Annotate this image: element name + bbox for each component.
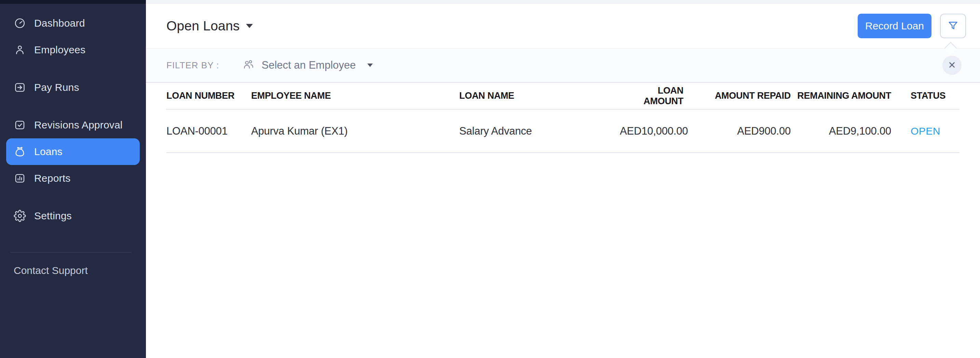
app-window: Dashboard Employees Pay Runs <box>0 0 980 358</box>
contact-support-link[interactable]: Contact Support <box>14 265 146 276</box>
sidebar-item-label: Reports <box>34 172 70 184</box>
cell-amount-repaid: AED900.00 <box>683 125 791 137</box>
sidebar-item-label: Revisions Approval <box>34 119 123 131</box>
page-title: Open Loans <box>166 18 240 33</box>
header-actions: Record Loan <box>858 14 966 38</box>
sidebar: Dashboard Employees Pay Runs <box>0 0 146 358</box>
column-header-employee-name: EMPLOYEE NAME <box>251 91 459 101</box>
employee-select-value: Select an Employee <box>262 59 356 72</box>
table-header-row: LOAN NUMBER EMPLOYEE NAME LOAN NAME LOAN… <box>166 83 959 110</box>
sidebar-divider <box>10 252 132 253</box>
main-content: Open Loans Record Loan FILTER BY : <box>146 0 980 358</box>
pay-runs-icon <box>14 81 26 94</box>
column-header-loan-number: LOAN NUMBER <box>166 91 251 101</box>
column-header-status: STATUS <box>911 91 959 101</box>
status-badge: OPEN <box>911 126 959 137</box>
sidebar-top-strip <box>0 0 146 4</box>
column-header-loan-amount: LOAN AMOUNT <box>620 85 683 107</box>
column-header-remaining-amount: REMAINING AMOUNT <box>791 91 891 101</box>
sidebar-item-label: Loans <box>34 146 62 158</box>
record-loan-button[interactable]: Record Loan <box>858 14 931 38</box>
column-header-amount-repaid: AMOUNT REPAID <box>683 91 791 101</box>
main-top-strip <box>146 0 980 4</box>
sidebar-item-label: Dashboard <box>34 18 85 29</box>
close-filter-button[interactable] <box>942 56 961 75</box>
loans-table: LOAN NUMBER EMPLOYEE NAME LOAN NAME LOAN… <box>146 83 980 153</box>
sidebar-item-label: Employees <box>34 44 86 56</box>
dashboard-icon <box>14 17 26 29</box>
page-title-dropdown[interactable]: Open Loans <box>166 18 253 33</box>
loans-icon <box>14 146 26 158</box>
sidebar-item-pay-runs[interactable]: Pay Runs <box>6 74 140 101</box>
filter-button[interactable] <box>940 14 966 38</box>
sidebar-item-dashboard[interactable]: Dashboard <box>6 10 140 37</box>
sidebar-item-reports[interactable]: Reports <box>6 165 140 192</box>
column-header-loan-name: LOAN NAME <box>459 91 620 101</box>
employees-filter-icon <box>242 59 255 72</box>
sidebar-item-label: Pay Runs <box>34 82 79 93</box>
cell-loan-number: LOAN-00001 <box>166 125 251 137</box>
sidebar-item-revisions-approval[interactable]: Revisions Approval <box>6 112 140 138</box>
select-caret-icon <box>368 64 373 67</box>
sidebar-item-label: Settings <box>34 210 72 222</box>
cell-loan-amount: AED10,000.00 <box>620 125 683 137</box>
sidebar-nav: Dashboard Employees Pay Runs <box>0 10 146 229</box>
sidebar-item-employees[interactable]: Employees <box>6 37 140 63</box>
cell-remaining-amount: AED9,100.00 <box>791 125 891 137</box>
revisions-approval-icon <box>14 119 26 131</box>
page-header: Open Loans Record Loan <box>146 4 980 48</box>
table-row[interactable]: LOAN-00001 Apurva Kumar (EX1) Salary Adv… <box>166 110 959 153</box>
cell-loan-name: Salary Advance <box>459 125 620 137</box>
close-icon <box>948 60 956 70</box>
settings-icon <box>14 210 26 222</box>
filter-funnel-icon <box>948 20 958 32</box>
reports-icon <box>14 172 26 185</box>
sidebar-item-settings[interactable]: Settings <box>6 202 140 229</box>
filter-by-label: FILTER BY : <box>166 60 220 71</box>
title-caret-icon <box>246 24 253 28</box>
filter-bar: FILTER BY : Select an Employee <box>146 48 980 83</box>
sidebar-item-loans[interactable]: Loans <box>6 138 140 165</box>
cell-employee-name: Apurva Kumar (EX1) <box>251 125 459 137</box>
employees-icon <box>14 44 26 56</box>
employee-select[interactable]: Select an Employee <box>242 59 373 72</box>
